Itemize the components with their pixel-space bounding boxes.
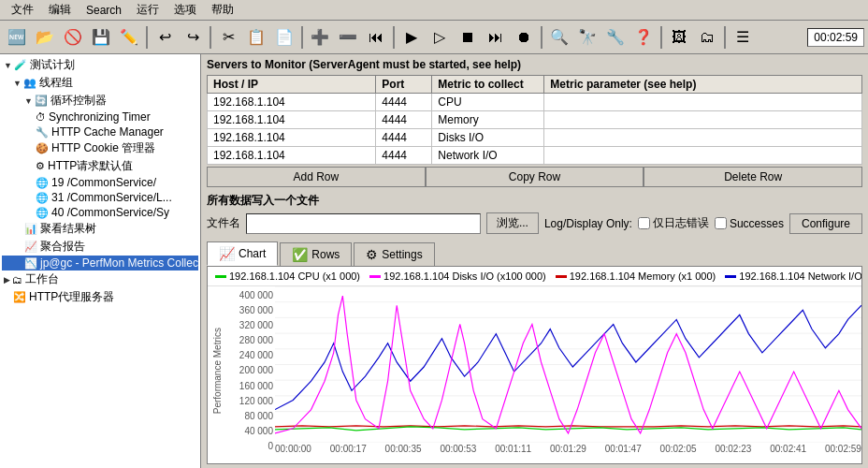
tab-settings[interactable]: ⚙ Settings — [354, 242, 434, 266]
separator-2 — [210, 26, 211, 49]
tree-item-http2[interactable]: 🌐 31 /CommonService/L... — [2, 190, 198, 205]
table-row: 192.168.1.104 4444 Memory — [208, 111, 862, 129]
prev-button[interactable]: ⏮ — [363, 24, 389, 51]
cell-metric[interactable]: Memory — [432, 111, 544, 129]
copy-row-button[interactable]: Copy Row — [426, 167, 644, 187]
chart-svg — [275, 286, 861, 443]
find-button[interactable]: 🔭 — [574, 24, 600, 51]
paste-button[interactable]: 📄 — [271, 24, 297, 51]
cell-port[interactable]: 4444 — [376, 129, 432, 147]
cell-host[interactable]: 192.168.1.104 — [208, 111, 376, 129]
undo-button[interactable]: ↩ — [152, 24, 178, 51]
tree-item-timer[interactable]: ⏱ Synchronizing Timer — [2, 110, 198, 124]
tree-item-defaults[interactable]: ⚙ HTTP请求默认值 — [2, 157, 198, 175]
tab-rows[interactable]: ✅ Rows — [280, 242, 352, 266]
redo-button[interactable]: ↪ — [180, 24, 206, 51]
tree-item-perfmon[interactable]: 📉 jp@gc - PerfMon Metrics Collec... — [2, 256, 198, 271]
timer-display: 00:02:59 — [807, 28, 864, 47]
tree-item-workbench[interactable]: ▶ 🗂 工作台 — [2, 271, 198, 288]
successes-checkbox[interactable] — [715, 217, 727, 229]
cell-metric[interactable]: Network I/O — [432, 147, 544, 165]
cell-host[interactable]: 192.168.1.104 — [208, 147, 376, 165]
content-panel: Servers to Monitor (ServerAgent must be … — [201, 54, 868, 468]
add-row-button[interactable]: Add Row — [207, 167, 426, 187]
col-param: Metric parameter (see help) — [544, 76, 862, 94]
cell-host[interactable]: 192.168.1.104 — [208, 94, 376, 111]
file-input[interactable] — [246, 213, 481, 234]
browse-button[interactable]: 浏览... — [486, 212, 539, 234]
tree-item-thread[interactable]: ▼ 👥 线程组 — [2, 74, 198, 92]
successes-checkbox-label[interactable]: Successes — [715, 217, 784, 230]
separator-6 — [660, 26, 662, 49]
tree-item-plan[interactable]: ▼ 🧪 测试计划 — [2, 56, 198, 74]
tree-item-results[interactable]: 📊 聚看结果树 — [2, 220, 198, 238]
tree-item-cookie[interactable]: 🍪 HTTP Cookie 管理器 — [2, 139, 198, 157]
tabs-row: 📈 Chart ✅ Rows ⚙ Settings — [201, 238, 868, 266]
help-button[interactable]: ❓ — [630, 24, 657, 51]
cell-port[interactable]: 4444 — [376, 111, 432, 129]
menu-search[interactable]: Search — [79, 2, 129, 19]
save-button[interactable]: 💾 — [88, 24, 114, 51]
legend-disk-label: 192.168.1.104 Disks I/O (x100 000) — [383, 271, 546, 282]
legend-memory-color — [556, 275, 567, 278]
copy-button[interactable]: 📋 — [243, 24, 269, 51]
play-button[interactable]: ▶ — [398, 24, 425, 51]
legend-disk: 192.168.1.104 Disks I/O (x100 000) — [369, 271, 546, 282]
tree-item-report[interactable]: 📈 聚合报告 — [2, 238, 198, 256]
cell-param[interactable] — [544, 129, 862, 147]
tree-item-loop[interactable]: ▼ 🔄 循环控制器 — [2, 92, 198, 110]
col-port: Port — [376, 76, 432, 94]
file-section: 所有数据写入一个文件 文件名 浏览... Log/Display Only: 仅… — [201, 189, 868, 238]
add-button[interactable]: ➕ — [307, 24, 333, 51]
cell-param[interactable] — [544, 147, 862, 165]
cell-param[interactable] — [544, 94, 862, 111]
skip-button[interactable]: ⏭ — [483, 24, 509, 51]
remove-button[interactable]: ➖ — [335, 24, 361, 51]
tree-item-cache-manager[interactable]: 🔧 HTTP Cache Manager — [2, 124, 198, 139]
open-button[interactable]: 📂 — [32, 24, 58, 51]
list-button[interactable]: ☰ — [730, 24, 756, 51]
tab-chart[interactable]: 📈 Chart — [207, 241, 278, 266]
play-no-pause-button[interactable]: ▷ — [427, 24, 453, 51]
stop-button[interactable]: ⏹ — [455, 24, 481, 51]
menu-help[interactable]: 帮助 — [204, 0, 241, 20]
separator-7 — [724, 26, 726, 49]
cell-param[interactable] — [544, 111, 862, 129]
rows-tab-label: Rows — [311, 248, 340, 261]
edit-button[interactable]: ✏️ — [116, 24, 142, 51]
settings-tab-icon: ⚙ — [366, 247, 378, 262]
menu-options[interactable]: 选项 — [166, 0, 204, 20]
menu-run[interactable]: 运行 — [129, 0, 166, 20]
table-buttons: Add Row Copy Row Delete Row — [207, 167, 862, 187]
cut-button[interactable]: ✂ — [215, 24, 241, 51]
end-button[interactable]: ⏺ — [511, 24, 537, 51]
cell-host[interactable]: 192.168.1.104 — [208, 129, 376, 147]
chart-tab-icon: 📈 — [219, 246, 235, 261]
cell-port[interactable]: 4444 — [376, 147, 432, 165]
zoom-button[interactable]: 🔍 — [546, 24, 572, 51]
cell-metric[interactable]: Disks I/O — [432, 129, 544, 147]
menu-edit[interactable]: 编辑 — [41, 0, 79, 20]
delete-row-button[interactable]: Delete Row — [644, 167, 862, 187]
img1-button[interactable]: 🖼 — [666, 24, 692, 51]
new-button[interactable]: 🆕 — [4, 24, 30, 51]
config-button[interactable]: 🔧 — [602, 24, 629, 51]
cell-metric[interactable]: CPU — [432, 94, 544, 111]
img2-button[interactable]: 🗂 — [694, 24, 720, 51]
tree-item-http1[interactable]: 🌐 19 /CommonService/ — [2, 175, 198, 190]
x-axis-labels: 00:00:00 00:00:17 00:00:35 00:00:53 00:0… — [275, 443, 861, 455]
close-button[interactable]: 🚫 — [60, 24, 86, 51]
legend-cpu-color — [215, 275, 226, 278]
errors-checkbox[interactable] — [638, 217, 650, 229]
separator-5 — [541, 26, 542, 49]
table-row: 192.168.1.104 4444 Network I/O — [208, 147, 862, 165]
cell-port[interactable]: 4444 — [376, 94, 432, 111]
tree-item-http3[interactable]: 🌐 40 /CommonService/Sy — [2, 205, 198, 220]
col-metric: Metric to collect — [432, 76, 544, 94]
menu-file[interactable]: 文件 — [4, 0, 41, 20]
toolbar: 🆕 📂 🚫 💾 ✏️ ↩ ↪ ✂ 📋 📄 ➕ ➖ ⏮ ▶ ▷ ⏹ ⏭ ⏺ 🔍 🔭… — [0, 21, 868, 54]
servers-title: Servers to Monitor (ServerAgent must be … — [207, 58, 862, 71]
errors-checkbox-label[interactable]: 仅日志错误 — [638, 215, 709, 231]
tree-item-proxy[interactable]: 🔀 HTTP代理服务器 — [2, 288, 198, 306]
configure-button[interactable]: Configure — [789, 213, 862, 234]
